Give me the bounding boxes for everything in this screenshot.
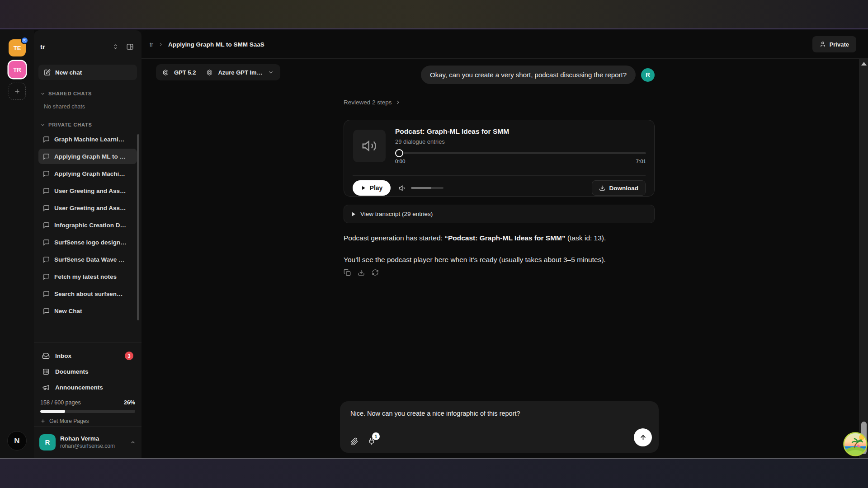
private-chats-section-header[interactable]: PRIVATE CHATS: [40, 122, 92, 127]
model-selector[interactable]: GPT 5.2 Azure GPT Im…: [156, 64, 280, 80]
play-button[interactable]: Play: [353, 180, 391, 196]
chat-bubble-icon: [43, 222, 50, 229]
get-more-pages-button[interactable]: Get More Pages: [40, 418, 89, 424]
chat-bubble-icon: [43, 188, 50, 194]
pages-progress-bar: [40, 410, 135, 413]
download-button[interactable]: Download: [592, 180, 646, 196]
app-window: TE TR N tr: [0, 30, 868, 458]
send-button[interactable]: [634, 428, 652, 446]
podcast-thumbnail: [353, 130, 386, 162]
podcast-title: Podcast: Graph-ML Ideas for SMM: [395, 127, 646, 136]
tropical-island-sticker[interactable]: [843, 432, 868, 456]
get-more-pages-label: Get More Pages: [49, 418, 89, 424]
volume-icon[interactable]: [399, 184, 406, 192]
message-input[interactable]: Nice. Now can you create a nice infograp…: [350, 410, 627, 417]
triangle-right-icon: [352, 212, 355, 216]
main-area: tr Applying Graph ML to SMM SaaS Private…: [142, 30, 868, 458]
inbox-count-badge: 3: [125, 352, 133, 360]
chat-list-item[interactable]: User Greeting and Ass…: [38, 200, 137, 216]
chat-item-label: Graph Machine Learni…: [54, 136, 124, 143]
chat-bubble-icon: [43, 273, 50, 280]
connectors-count-badge: 1: [372, 432, 380, 440]
breadcrumb-workspace[interactable]: tr: [150, 41, 153, 48]
download-message-button[interactable]: [358, 269, 365, 276]
scroll-up-arrow[interactable]: [861, 62, 867, 66]
sidebar: tr New chat SHARED CHATS: [34, 30, 142, 458]
private-visibility-button[interactable]: Private: [812, 36, 856, 52]
download-label: Download: [609, 185, 639, 192]
chat-list-item[interactable]: SurfSense logo design…: [38, 235, 137, 250]
add-workspace-button[interactable]: [9, 83, 26, 100]
workspace-avatar-tr[interactable]: TR: [9, 61, 26, 78]
workspace-switcher-button[interactable]: [110, 41, 121, 52]
new-chat-button[interactable]: New chat: [38, 65, 137, 80]
message-composer[interactable]: Nice. Now can you create a nice infograp…: [340, 401, 659, 453]
podcast-seek-slider[interactable]: [395, 149, 646, 157]
view-transcript-label: View transcript (29 entries): [360, 211, 433, 217]
message-actions: [344, 269, 379, 276]
shared-chats-label: SHARED CHATS: [48, 91, 92, 96]
view-transcript-expander[interactable]: View transcript (29 entries): [344, 205, 655, 223]
main-scrollbar[interactable]: [859, 59, 868, 458]
current-time: 0:00: [395, 159, 405, 164]
volume-slider[interactable]: [411, 187, 443, 189]
chat-item-label: Applying Graph Machi…: [54, 170, 125, 177]
plus-icon: [40, 418, 46, 424]
wallpaper-top: [0, 0, 868, 29]
screen: TE TR N tr: [0, 0, 868, 488]
pages-usage-text: 158 / 600 pages: [40, 399, 81, 406]
chat-list-item[interactable]: Applying Graph Machi…: [38, 166, 137, 181]
n-logo[interactable]: N: [7, 431, 27, 450]
attach-file-button[interactable]: [350, 437, 359, 446]
wallpaper-bottom: [0, 458, 868, 488]
chat-list-item[interactable]: Search about surfsen…: [38, 286, 137, 301]
chat-list-item[interactable]: SurfSense Data Wave …: [38, 252, 137, 267]
private-chat-list: Graph Machine Learni… Applying Graph ML …: [38, 131, 137, 320]
chevron-right-icon: [395, 99, 401, 105]
chat-item-label: User Greeting and Ass…: [54, 188, 126, 194]
workspace-rail: TE TR N: [0, 30, 34, 458]
chat-list-item[interactable]: Infographic Creation D…: [38, 217, 137, 233]
chat-item-label: New Chat: [54, 308, 82, 314]
sidebar-item-documents[interactable]: Documents: [38, 364, 137, 380]
chat-list-item[interactable]: Fetch my latest notes: [38, 269, 137, 284]
assistant-message-1: Podcast generation has started: “Podcast…: [344, 233, 655, 244]
chat-item-label: Applying Graph ML to …: [54, 153, 126, 160]
chat-bubble-icon: [43, 239, 50, 246]
megaphone-icon: [42, 384, 50, 391]
connectors-button[interactable]: 1: [368, 437, 376, 446]
pages-progress-fill: [40, 410, 65, 413]
seek-knob[interactable]: [395, 149, 403, 157]
workspace-avatar-te[interactable]: TE: [9, 39, 26, 56]
card-divider: [353, 175, 646, 176]
copy-button[interactable]: [344, 269, 351, 276]
user-avatar: R: [39, 434, 56, 450]
shared-chats-section-header[interactable]: SHARED CHATS: [40, 91, 92, 96]
nav-label: Inbox: [55, 352, 71, 359]
openai-logo-icon: [162, 69, 169, 76]
chat-item-label: SurfSense logo design…: [54, 239, 127, 246]
chat-list-item[interactable]: User Greeting and Ass…: [38, 183, 137, 198]
chevron-up-icon: [130, 439, 136, 446]
user-menu[interactable]: R Rohan Verma rohan@surfsense.com: [34, 426, 142, 458]
chat-list-item[interactable]: Applying Graph ML to …: [38, 149, 137, 164]
collapse-sidebar-button[interactable]: [124, 41, 135, 52]
chat-list-item[interactable]: New Chat: [38, 303, 137, 319]
sidebar-nav: Inbox 3 Documents Announcements: [34, 342, 142, 395]
workspace-initials: TE: [14, 45, 21, 52]
regenerate-button[interactable]: [372, 269, 379, 276]
chat-item-label: Fetch my latest notes: [54, 273, 117, 280]
chat-list-item[interactable]: Graph Machine Learni…: [38, 131, 137, 147]
play-label: Play: [370, 184, 383, 192]
sidebar-scrollbar-thumb[interactable]: [137, 134, 139, 320]
podcast-player-card: Podcast: Graph-ML Ideas for SMM 29 dialo…: [344, 120, 655, 197]
total-time: 7:01: [636, 159, 646, 164]
arrow-up-icon: [639, 434, 647, 441]
new-chat-label: New chat: [55, 69, 82, 76]
reviewed-steps-toggle[interactable]: Reviewed 2 steps: [344, 99, 401, 106]
sidebar-item-inbox[interactable]: Inbox 3: [38, 348, 137, 364]
pages-usage-percent: 26%: [124, 399, 135, 406]
user-message-bubble: Okay, can you create a very short, podca…: [421, 66, 636, 84]
speaker-icon: [362, 138, 377, 154]
chat-bubble-icon: [43, 136, 50, 143]
